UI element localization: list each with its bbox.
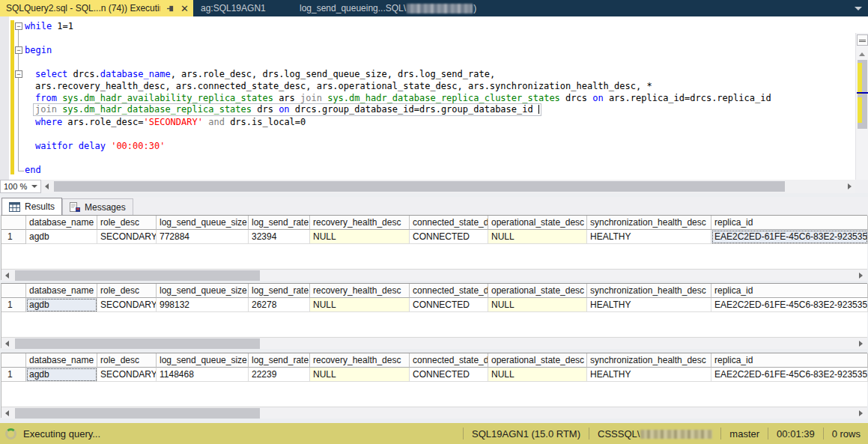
grid-cell-log_send_rate[interactable]: 26278	[249, 298, 310, 312]
grid-column-header[interactable]: recovery_health_desc	[310, 353, 410, 368]
scroll-right-arrow[interactable]	[859, 273, 863, 279]
grid-cell-role_desc[interactable]: SECONDARY	[97, 368, 157, 382]
scroll-left-arrow[interactable]	[5, 410, 9, 416]
code-line[interactable]	[0, 56, 846, 68]
grid-cell-log_send_queue_size[interactable]: 998132	[157, 298, 249, 312]
grid-column-header[interactable]: replica_id	[711, 284, 868, 298]
grid-cell-role_desc[interactable]: SECONDARY	[97, 298, 157, 312]
grid-corner-cell[interactable]	[1, 353, 26, 368]
grid-column-header[interactable]: synchronization_health_desc	[587, 216, 711, 230]
split-window-button[interactable]	[857, 34, 868, 46]
grid-horizontal-scrollbar[interactable]	[1, 337, 867, 349]
pin-icon[interactable]	[166, 4, 174, 13]
row-number-cell[interactable]: 1	[1, 368, 26, 382]
grid-cell-database_name[interactable]: agdb	[26, 230, 97, 244]
grid-column-header[interactable]: log_send_rate	[249, 216, 310, 230]
grid-cell-connected_state_desc[interactable]: CONNECTED	[410, 298, 488, 312]
scrollbar-thumb[interactable]	[15, 338, 260, 349]
close-icon[interactable]: ✕	[180, 4, 189, 13]
grid-column-header[interactable]: recovery_health_desc	[310, 216, 410, 230]
grid-cell-log_send_queue_size[interactable]: 1148468	[157, 368, 249, 382]
grid-column-header[interactable]: operational_state_desc	[488, 353, 587, 368]
grid-cell-connected_state_desc[interactable]: CONNECTED	[410, 230, 488, 244]
grid-corner-cell[interactable]	[1, 284, 26, 298]
grid-cell-recovery_health_desc[interactable]: NULL	[310, 368, 410, 382]
code-line[interactable]: where ars.role_desc='SECONDARY' and drs.…	[0, 116, 846, 128]
grid-cell-operational_state_desc[interactable]: NULL	[488, 230, 587, 244]
code-line[interactable]: −select drcs.database_name, ars.role_des…	[0, 68, 846, 80]
scroll-left-arrow[interactable]	[45, 183, 49, 189]
grid-column-header[interactable]: replica_id	[711, 216, 868, 230]
grid-cell-recovery_health_desc[interactable]: NULL	[310, 298, 410, 312]
grid-column-header[interactable]: connected_state_desc	[410, 216, 488, 230]
editor-vertical-scrollbar[interactable]	[855, 33, 868, 180]
tab-log-send-queueing[interactable]: log_send_queueing...SQL\)	[300, 0, 476, 16]
scrollbar-thumb[interactable]	[15, 408, 260, 419]
grid-column-header[interactable]: operational_state_desc	[488, 216, 587, 230]
grid-column-header[interactable]: connected_state_desc	[410, 353, 488, 368]
scrollbar-thumb[interactable]	[15, 270, 260, 281]
tab-ag-sql19agn1[interactable]: ag:SQL19AGN1	[201, 0, 266, 16]
grid-cell-replica_id[interactable]: EAE2C2ED-61FE-45C6-83E2-923535A4E34	[711, 298, 868, 312]
code-line[interactable]: ars.recovery_health_desc, ars.connected_…	[0, 80, 846, 92]
code-line[interactable]	[0, 128, 846, 140]
grid-cell-role_desc[interactable]: SECONDARY	[97, 230, 157, 244]
tab-messages[interactable]: Messages	[62, 198, 133, 215]
grid-cell-recovery_health_desc[interactable]: NULL	[310, 230, 410, 244]
code-line[interactable]: end	[0, 164, 846, 176]
grid-cell-synchronization_health_desc[interactable]: HEALTHY	[587, 298, 711, 312]
tab-results[interactable]: Results	[1, 198, 62, 215]
fold-collapse-icon[interactable]: −	[15, 22, 22, 30]
grid-cell-database_name[interactable]: agdb	[26, 298, 97, 312]
code-line[interactable]: from sys.dm_hadr_availability_replica_st…	[0, 92, 846, 104]
grid-cell-database_name[interactable]: agdb	[26, 368, 97, 382]
grid-column-header[interactable]: synchronization_health_desc	[587, 284, 711, 298]
grid-column-header[interactable]: role_desc	[97, 216, 157, 230]
grid-column-header[interactable]: role_desc	[97, 353, 157, 368]
fold-collapse-icon[interactable]: −	[15, 70, 22, 78]
grid-cell-replica_id[interactable]: EAE2C2ED-61FE-45C6-83E2-923535A4E34	[711, 368, 868, 382]
grid-cell-log_send_rate[interactable]: 32394	[249, 230, 310, 244]
code-line[interactable]	[0, 152, 846, 164]
grid-column-header[interactable]: log_send_rate	[249, 353, 310, 368]
grid-column-header[interactable]: replica_id	[711, 353, 868, 368]
grid-column-header[interactable]: operational_state_desc	[488, 284, 587, 298]
scroll-right-arrow[interactable]	[859, 341, 863, 347]
grid-cell-synchronization_health_desc[interactable]: HEALTHY	[587, 230, 711, 244]
grid-column-header[interactable]: log_send_queue_size	[157, 216, 249, 230]
scrollbar-thumb[interactable]	[54, 181, 785, 192]
scroll-up-arrow[interactable]	[859, 52, 865, 56]
grid-corner-cell[interactable]	[1, 216, 26, 230]
grid-column-header[interactable]: recovery_health_desc	[310, 284, 410, 298]
grid-column-header[interactable]: log_send_rate	[249, 284, 310, 298]
tab-sqlquery2[interactable]: SQLQuery2.sql - SQL...n (74)) Executing.…	[0, 0, 193, 16]
grid-cell-operational_state_desc[interactable]: NULL	[488, 298, 587, 312]
scroll-left-arrow[interactable]	[5, 273, 9, 279]
grid-cell-operational_state_desc[interactable]: NULL	[488, 368, 587, 382]
grid-cell-synchronization_health_desc[interactable]: HEALTHY	[587, 368, 711, 382]
code-line[interactable]: waitfor delay '00:00:30'	[0, 140, 846, 152]
scroll-left-arrow[interactable]	[5, 341, 9, 347]
editor-horizontal-scrollbar[interactable]	[42, 180, 855, 193]
grid-horizontal-scrollbar[interactable]	[1, 407, 867, 419]
grid-cell-replica_id[interactable]: EAE2C2ED-61FE-45C6-83E2-923535A4E34	[711, 230, 868, 244]
grid-cell-log_send_rate[interactable]: 22239	[249, 368, 310, 382]
fold-collapse-icon[interactable]: −	[15, 46, 22, 54]
grid-horizontal-scrollbar[interactable]	[1, 269, 867, 281]
grid-cell-log_send_queue_size[interactable]: 772884	[157, 230, 249, 244]
grid-column-header[interactable]: connected_state_desc	[410, 284, 488, 298]
scroll-right-arrow[interactable]	[859, 410, 863, 416]
grid-column-header[interactable]: synchronization_health_desc	[587, 353, 711, 368]
code-line[interactable]: −begin	[0, 44, 846, 56]
grid-column-header[interactable]: database_name	[26, 353, 97, 368]
grid-column-header[interactable]: role_desc	[97, 284, 157, 298]
grid-cell-connected_state_desc[interactable]: CONNECTED	[410, 368, 488, 382]
sql-editor[interactable]: −while 1=1−begin−select drcs.database_na…	[0, 16, 868, 180]
code-line[interactable]: join sys.dm_hadr_database_replica_states…	[0, 104, 846, 116]
grid-column-header[interactable]: database_name	[26, 216, 97, 230]
grid-column-header[interactable]: database_name	[26, 284, 97, 298]
row-number-cell[interactable]: 1	[1, 298, 26, 312]
tab-list-chevron-down-icon[interactable]	[855, 7, 862, 10]
code-line[interactable]	[0, 32, 846, 44]
grid-column-header[interactable]: log_send_queue_size	[157, 284, 249, 298]
